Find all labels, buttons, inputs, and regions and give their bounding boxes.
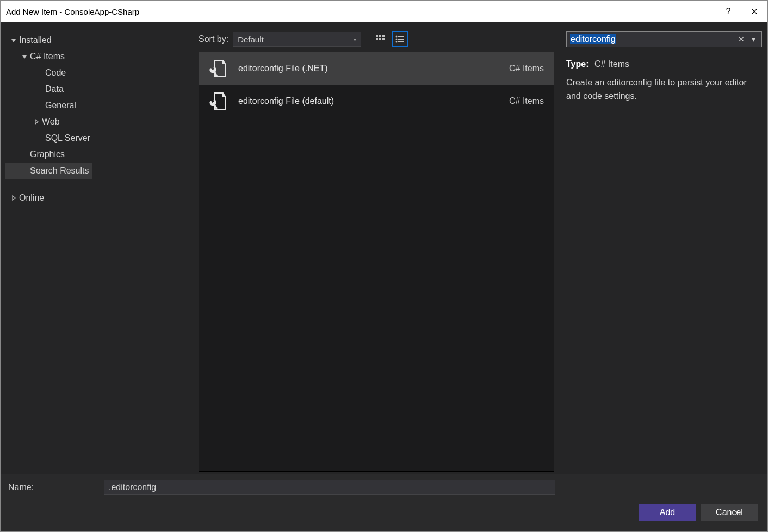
tree-label: SQL Server — [44, 133, 90, 143]
svg-rect-1 — [379, 35, 381, 37]
tree-search-results[interactable]: Search Results — [5, 163, 92, 179]
search-dropdown-icon[interactable]: ▾ — [747, 35, 759, 44]
svg-rect-0 — [376, 35, 378, 37]
svg-rect-7 — [398, 36, 404, 37]
tree-installed[interactable]: Installed — [5, 32, 197, 48]
svg-rect-11 — [398, 41, 404, 42]
footer-area: Name: Add Cancel — [1, 474, 767, 531]
help-button[interactable]: ? — [715, 1, 741, 22]
template-item[interactable]: editorconfig File (default) C# Items — [199, 85, 554, 117]
name-label: Name: — [8, 482, 104, 492]
file-wrench-icon — [206, 90, 228, 113]
tree-label: Installed — [18, 35, 52, 45]
svg-rect-9 — [398, 39, 404, 40]
template-details: Type: C# Items Create an editorconfig fi… — [566, 57, 762, 103]
svg-point-10 — [396, 41, 398, 43]
expand-arrow-icon — [20, 54, 29, 59]
tree-online[interactable]: Online — [5, 190, 197, 206]
template-name: editorconfig File (default) — [238, 96, 509, 106]
tree-general[interactable]: General — [5, 97, 197, 114]
svg-rect-3 — [376, 38, 378, 40]
tree-label: Online — [18, 193, 44, 203]
collapse-arrow-icon — [32, 119, 41, 125]
category-tree: Installed C# Items Code Data General — [1, 22, 197, 474]
search-text: editorconfig — [570, 34, 616, 44]
template-list[interactable]: editorconfig File (.NET) C# Items editor… — [199, 52, 554, 472]
tree-label: General — [44, 101, 76, 110]
add-button[interactable]: Add — [639, 504, 696, 521]
tree-label: Graphics — [29, 150, 65, 159]
tree-label: C# Items — [29, 52, 65, 61]
tree-label: Search Results — [29, 166, 89, 176]
tree-data[interactable]: Data — [5, 81, 197, 97]
tree-sqlserver[interactable]: SQL Server — [5, 130, 197, 146]
svg-point-8 — [396, 39, 398, 40]
svg-rect-2 — [382, 35, 385, 37]
type-label: Type: — [566, 59, 592, 69]
tree-csharp-items[interactable]: C# Items — [5, 48, 197, 65]
sort-by-select[interactable]: Default ▾ — [233, 32, 361, 47]
svg-rect-5 — [382, 38, 385, 40]
template-description: Create an editorconfig file to persist y… — [566, 76, 762, 103]
expand-arrow-icon — [9, 38, 18, 43]
cancel-button[interactable]: Cancel — [701, 504, 758, 521]
template-category: C# Items — [509, 96, 544, 106]
tree-graphics[interactable]: Graphics — [5, 146, 197, 163]
template-center: Sort by: Default ▾ — [197, 22, 561, 474]
template-item[interactable]: editorconfig File (.NET) C# Items — [199, 52, 554, 85]
tree-label: Data — [44, 84, 64, 94]
type-value: C# Items — [594, 59, 629, 69]
titlebar: Add New Item - ConsoleApp-CSharp ? — [1, 1, 767, 22]
window-title: Add New Item - ConsoleApp-CSharp — [6, 7, 715, 16]
collapse-arrow-icon — [9, 195, 18, 201]
close-button[interactable] — [741, 1, 767, 22]
sort-by-label: Sort by: — [199, 34, 230, 44]
name-input[interactable] — [104, 480, 555, 495]
svg-rect-4 — [379, 38, 381, 40]
chevron-down-icon: ▾ — [354, 36, 356, 42]
file-wrench-icon — [206, 57, 228, 80]
tree-code[interactable]: Code — [5, 65, 197, 81]
upper-area: Installed C# Items Code Data General — [1, 22, 767, 474]
center-toolbar: Sort by: Default ▾ — [199, 31, 554, 47]
template-name: editorconfig File (.NET) — [238, 64, 509, 73]
dialog-buttons: Add Cancel — [1, 497, 767, 531]
tree-label: Web — [41, 117, 60, 127]
svg-point-6 — [396, 36, 398, 38]
template-category: C# Items — [509, 64, 544, 73]
tree-label: Code — [44, 68, 66, 78]
view-medium-icons-button[interactable] — [372, 31, 388, 47]
clear-search-icon[interactable]: ✕ — [735, 35, 747, 44]
view-list-button[interactable] — [392, 31, 408, 47]
tree-web[interactable]: Web — [5, 114, 197, 130]
search-input[interactable]: editorconfig ✕ ▾ — [566, 31, 762, 47]
sort-by-value: Default — [238, 35, 264, 44]
dialog-content: Installed C# Items Code Data General — [1, 22, 767, 531]
details-pane: editorconfig ✕ ▾ Type: C# Items Create a… — [561, 22, 767, 474]
name-row: Name: — [1, 474, 767, 497]
add-new-item-dialog: Add New Item - ConsoleApp-CSharp ? Insta… — [0, 0, 768, 532]
